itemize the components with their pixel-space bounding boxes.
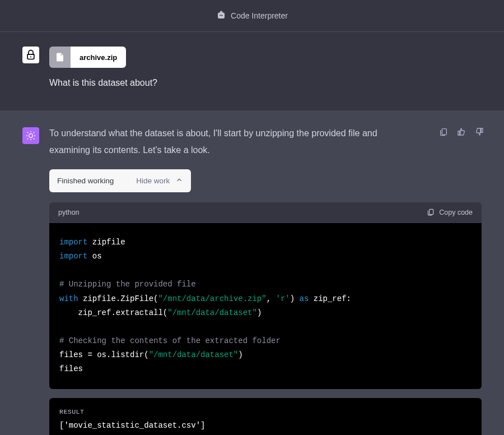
code-block: python Copy code import zipfile import o… — [49, 202, 482, 389]
user-avatar — [22, 47, 39, 63]
file-name: archive.zip — [71, 47, 126, 68]
work-toggle-label: Hide work — [136, 177, 170, 185]
code-header: python Copy code — [49, 202, 482, 223]
file-icon — [49, 47, 71, 68]
clipboard-icon — [427, 208, 435, 218]
result-output: ['movie_statistic_dataset.csv'] — [59, 421, 472, 430]
header-bar: Code Interpreter — [0, 0, 504, 32]
code-content[interactable]: import zipfile import os # Unzipping the… — [49, 223, 482, 389]
thumbs-down-button[interactable] — [474, 126, 485, 139]
copy-code-button[interactable]: Copy code — [427, 208, 473, 218]
code-language-label: python — [58, 209, 80, 216]
svg-rect-2 — [442, 129, 446, 135]
assistant-avatar — [22, 127, 39, 144]
chevron-up-icon — [175, 176, 183, 186]
message-actions — [438, 126, 485, 139]
file-attachment-chip[interactable]: archive.zip — [49, 47, 126, 68]
model-icon — [216, 10, 226, 22]
thumbs-up-button[interactable] — [456, 126, 467, 139]
copy-message-button[interactable] — [438, 126, 449, 139]
copy-label: Copy code — [439, 209, 473, 216]
svg-point-0 — [29, 134, 33, 138]
assistant-message: To understand what the dataset is about,… — [0, 110, 504, 435]
work-status: Finished working — [57, 177, 114, 185]
svg-rect-1 — [430, 209, 433, 214]
result-block: RESULT ['movie_statistic_dataset.csv'] — [49, 398, 482, 435]
work-panel: Finished working Hide work — [49, 169, 191, 192]
result-label: RESULT — [59, 408, 472, 415]
header-title: Code Interpreter — [231, 11, 288, 20]
user-prompt-text: What is this dataset about? — [49, 78, 482, 88]
user-message: archive.zip What is this dataset about? — [0, 32, 504, 110]
assistant-text: To understand what the dataset is about,… — [49, 125, 419, 159]
work-toggle-button[interactable]: Hide work — [136, 176, 183, 186]
